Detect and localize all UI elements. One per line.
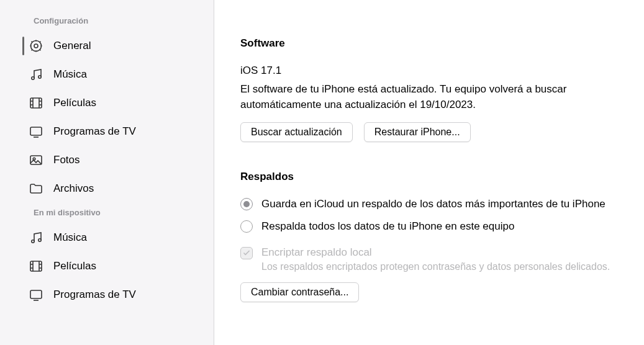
restore-iphone-button[interactable]: Restaurar iPhone... bbox=[364, 122, 471, 142]
film-icon bbox=[27, 258, 45, 275]
sidebar-item-label: Fotos bbox=[53, 154, 80, 166]
software-version: iOS 17.1 bbox=[240, 65, 623, 77]
sidebar-item-files[interactable]: Archivos bbox=[0, 174, 214, 203]
sidebar: Configuración General Música bbox=[0, 0, 214, 345]
backup-option-icloud[interactable]: Guarda en iCloud un respaldo de los dato… bbox=[240, 198, 623, 210]
backup-option-label: Respalda todos los datos de tu iPhone en… bbox=[261, 220, 514, 233]
sidebar-item-device-tv[interactable]: Programas de TV bbox=[0, 280, 214, 309]
sidebar-item-label: General bbox=[53, 40, 91, 52]
encrypt-backup-row[interactable]: Encriptar respaldo local Los respaldos e… bbox=[240, 246, 623, 272]
tv-icon bbox=[27, 286, 45, 303]
sidebar-item-photos[interactable]: Fotos bbox=[0, 146, 214, 174]
software-heading: Software bbox=[240, 37, 623, 50]
svg-point-9 bbox=[39, 239, 41, 241]
sidebar-section-configuration: Configuración bbox=[0, 11, 214, 32]
sidebar-item-music[interactable]: Música bbox=[0, 60, 214, 89]
software-status: El software de tu iPhone está actualizad… bbox=[240, 82, 623, 112]
svg-point-2 bbox=[32, 77, 34, 79]
music-icon bbox=[27, 229, 45, 246]
backups-heading: Respaldos bbox=[240, 171, 623, 183]
change-password-button[interactable]: Cambiar contraseña... bbox=[240, 282, 359, 302]
svg-point-1 bbox=[31, 41, 42, 52]
svg-rect-10 bbox=[30, 261, 42, 271]
software-buttons: Buscar actualización Restaurar iPhone... bbox=[240, 122, 623, 142]
sidebar-item-tv[interactable]: Programas de TV bbox=[0, 117, 214, 146]
radio-icon bbox=[240, 220, 253, 233]
svg-rect-5 bbox=[30, 127, 42, 135]
tv-icon bbox=[27, 123, 45, 140]
radio-icon bbox=[240, 198, 253, 210]
svg-point-3 bbox=[39, 76, 41, 78]
sidebar-item-label: Programas de TV bbox=[53, 125, 136, 138]
sidebar-item-label: Películas bbox=[53, 97, 96, 109]
encrypt-backup-label: Encriptar respaldo local bbox=[261, 246, 610, 259]
folder-icon bbox=[27, 180, 45, 197]
sidebar-item-label: Música bbox=[53, 68, 87, 81]
sidebar-item-device-movies[interactable]: Películas bbox=[0, 252, 214, 280]
svg-rect-11 bbox=[30, 290, 42, 298]
backup-option-local[interactable]: Respalda todos los datos de tu iPhone en… bbox=[240, 220, 623, 233]
sidebar-item-label: Películas bbox=[53, 260, 96, 272]
sidebar-section-device: En mi dispositivo bbox=[0, 203, 214, 223]
svg-rect-4 bbox=[30, 98, 42, 108]
gear-icon bbox=[27, 37, 45, 55]
sidebar-item-label: Archivos bbox=[53, 182, 94, 195]
svg-point-8 bbox=[32, 240, 34, 243]
encrypt-backup-sub: Los respaldos encriptados protegen contr… bbox=[261, 261, 610, 272]
checkbox-icon bbox=[240, 247, 253, 259]
film-icon bbox=[27, 94, 45, 112]
photo-icon bbox=[27, 151, 45, 169]
check-update-button[interactable]: Buscar actualización bbox=[240, 122, 353, 142]
music-icon bbox=[27, 66, 45, 83]
sidebar-item-label: Música bbox=[53, 231, 87, 244]
sidebar-item-label: Programas de TV bbox=[53, 289, 136, 301]
sidebar-item-movies[interactable]: Películas bbox=[0, 89, 214, 117]
sidebar-item-device-music[interactable]: Música bbox=[0, 223, 214, 252]
content-pane: Software iOS 17.1 El software de tu iPho… bbox=[214, 0, 644, 345]
backup-option-label: Guarda en iCloud un respaldo de los dato… bbox=[261, 198, 605, 210]
sidebar-item-general[interactable]: General bbox=[0, 32, 214, 60]
svg-point-0 bbox=[34, 44, 38, 48]
